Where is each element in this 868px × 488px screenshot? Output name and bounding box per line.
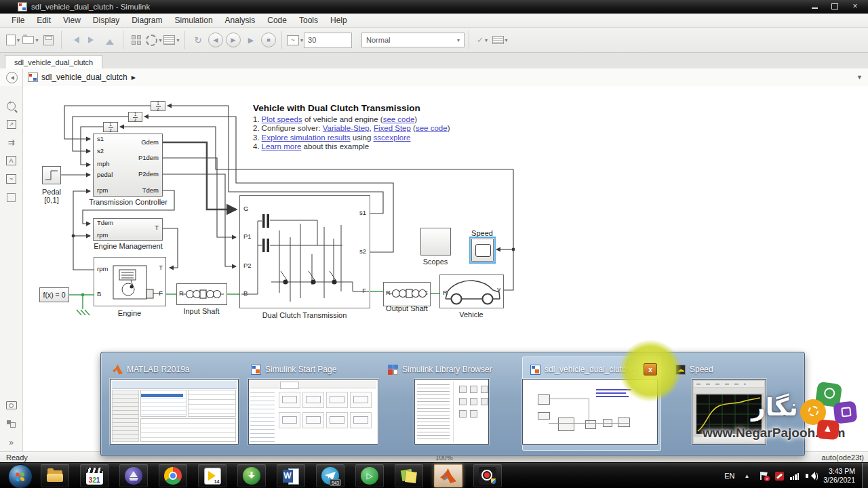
update-diagram-button[interactable]: ↻	[190, 31, 206, 49]
see-code-link-2[interactable]: see code	[416, 124, 448, 132]
screenshot-icon[interactable]	[0, 398, 22, 413]
taskbar-labview[interactable]: 14	[198, 464, 226, 487]
preview-label-model[interactable]: sdl_vehicle_dual_clutch - Si...	[530, 364, 639, 375]
preview-label-library-browser[interactable]: Simulink Library Browser	[388, 364, 492, 375]
taskbar-matlab-active[interactable]	[434, 464, 462, 487]
tray-clock[interactable]: 3:43 PM 3/26/2021	[823, 467, 855, 485]
model-advisor-button[interactable]: ✓▾	[474, 31, 490, 49]
thumbnail-model[interactable]	[522, 379, 658, 445]
unit-delay-block-1[interactable]: 1z	[151, 101, 165, 111]
close-button[interactable]: ×	[845, 0, 865, 12]
variable-step-link[interactable]: Variable-Step	[323, 124, 370, 132]
learn-more-link[interactable]: Learn more	[262, 142, 302, 150]
explore-results-link[interactable]: Explore simulation results	[262, 134, 351, 142]
taskbar-idm[interactable]	[237, 464, 266, 487]
subsystem-badge-icon[interactable]	[0, 416, 22, 431]
menu-analysis[interactable]: Analysis	[219, 14, 262, 26]
new-model-button[interactable]: ▾	[5, 31, 21, 49]
taskbar-explorer[interactable]	[41, 464, 69, 487]
menu-diagram[interactable]: Diagram	[125, 14, 168, 26]
start-button[interactable]	[8, 464, 33, 488]
window-titlebar[interactable]: sdl_vehicle_dual_clutch - Simulink ×	[0, 0, 868, 14]
tray-expand-icon[interactable]: ▲	[744, 473, 749, 479]
thumbnail-library-browser[interactable]	[414, 379, 489, 445]
taskbar-sticky-notes[interactable]	[395, 464, 423, 487]
fit-to-view-icon[interactable]: ↗	[0, 117, 22, 131]
engine-block[interactable]: rpm T B F	[94, 257, 166, 306]
simulation-mode-select[interactable]: Normal▾	[361, 33, 465, 47]
zoom-icon[interactable]	[0, 98, 22, 113]
model-settings-button[interactable]: ▾	[146, 31, 162, 49]
preview-label-matlab[interactable]: MATLAB R2019a	[113, 364, 190, 375]
volume-icon[interactable]	[806, 471, 816, 481]
sscexplore-link[interactable]: sscexplore	[374, 134, 411, 142]
tab-sdl-vehicle-dual-clutch[interactable]: sdl_vehicle_dual_clutch	[5, 55, 102, 69]
preview-label-speed[interactable]: Speed	[675, 364, 713, 375]
stop-button[interactable]: ■	[260, 31, 277, 49]
menu-display[interactable]: Display	[87, 14, 125, 26]
pedal-step-block[interactable]	[42, 166, 61, 184]
menu-view[interactable]: View	[57, 14, 87, 26]
area-box-icon[interactable]	[0, 190, 22, 205]
see-code-link-1[interactable]: see code	[383, 115, 415, 123]
build-button[interactable]: ▾	[492, 31, 508, 49]
unit-delay-block-3[interactable]: 1z	[103, 122, 118, 132]
hide-browser-button[interactable]	[6, 72, 18, 83]
show-desktop-button[interactable]	[862, 463, 868, 488]
stop-time-input[interactable]	[304, 33, 352, 48]
open-button[interactable]: ▾	[22, 31, 39, 49]
step-back-button[interactable]: ◀	[208, 31, 224, 49]
output-shaft-block[interactable]: R C	[383, 282, 431, 306]
taskbar-chrome[interactable]	[159, 464, 187, 487]
library-browser-button[interactable]	[128, 31, 144, 49]
status-solver[interactable]: auto(ode23t)	[822, 453, 864, 462]
step-forward-button[interactable]: ▶	[243, 31, 259, 49]
plot-speeds-link[interactable]: Plot speeds	[262, 115, 302, 123]
thumbnail-matlab[interactable]	[110, 379, 239, 445]
breadcrumb[interactable]: sdl_vehicle_dual_clutch ▶	[22, 68, 136, 86]
save-button[interactable]	[40, 31, 56, 49]
action-center-icon[interactable]: x	[759, 471, 769, 481]
simulation-data-inspector-button[interactable]: ~▾	[287, 31, 303, 49]
fixed-step-link[interactable]: Fixed Step	[374, 124, 411, 132]
preview-close-button[interactable]: x	[644, 363, 657, 375]
menu-edit[interactable]: Edit	[31, 14, 57, 26]
image-annotation-icon[interactable]: ~	[0, 171, 22, 186]
solver-configuration-block[interactable]: f(x) = 0	[39, 287, 69, 302]
expand-palette-icon[interactable]: »	[0, 435, 22, 450]
taskbar-ship-app[interactable]	[119, 464, 148, 487]
run-button[interactable]: ▶	[225, 31, 241, 49]
taskbar-screen-recorder[interactable]	[473, 464, 502, 487]
restore-button[interactable]	[825, 0, 845, 12]
signal-routing-icon[interactable]: ⇉	[0, 135, 22, 150]
antivirus-tray-icon[interactable]	[775, 472, 784, 481]
thumbnail-start-page[interactable]	[248, 379, 378, 445]
scopes-subsystem-block[interactable]	[420, 228, 451, 256]
minimize-button[interactable]	[804, 0, 825, 12]
preview-label-start-page[interactable]: Simulink Start Page	[251, 364, 336, 375]
forward-button[interactable]	[84, 31, 100, 49]
taskbar-telegram[interactable]: 543	[316, 464, 344, 487]
menu-tools[interactable]: Tools	[293, 14, 324, 26]
network-signal-icon[interactable]	[790, 472, 800, 480]
taskbar-green-app[interactable]: ▷	[355, 464, 384, 487]
menu-file[interactable]: File	[5, 14, 31, 26]
dual-clutch-transmission-block[interactable]: G P1 P2 B s1 s2 F	[239, 195, 370, 308]
menu-simulation[interactable]: Simulation	[169, 14, 219, 26]
collapse-chevron-icon[interactable]: ▼	[856, 74, 863, 81]
thumbnail-speed-scope[interactable]	[692, 379, 766, 445]
input-shaft-block[interactable]: R	[176, 283, 227, 305]
menu-code[interactable]: Code	[261, 14, 293, 26]
speed-scope-block[interactable]	[471, 239, 494, 262]
transmission-controller-block[interactable]: s1 s2 mph pedal rpm Gdem P1dem P2dem Tde…	[93, 134, 163, 197]
back-button[interactable]	[66, 31, 83, 49]
language-indicator[interactable]: EN	[724, 472, 734, 480]
taskbar-media-player[interactable]: 321	[80, 464, 108, 487]
annotation-icon[interactable]: A	[0, 153, 22, 168]
unit-delay-block-2[interactable]: 1z	[128, 112, 142, 122]
model-config-button[interactable]: ▾	[163, 31, 180, 49]
up-to-parent-button[interactable]	[102, 31, 118, 49]
taskbar-word[interactable]: W	[277, 464, 305, 487]
vehicle-block[interactable]: R v	[439, 274, 504, 308]
engine-management-block[interactable]: Tdem rpm T	[93, 218, 163, 241]
